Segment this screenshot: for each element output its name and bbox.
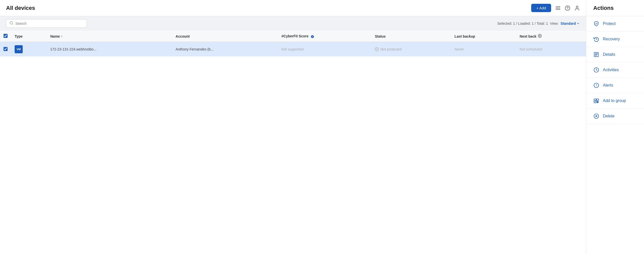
col-type[interactable]: Type (11, 31, 47, 42)
alerts-icon (593, 82, 599, 88)
row-name-cell: 172-23-131-224.webhostbo... (47, 42, 172, 57)
view-select[interactable]: Standard (560, 21, 580, 26)
header-actions: + Add (531, 4, 580, 12)
row-last-backup-cell: Never (451, 42, 516, 57)
svg-line-14 (596, 39, 597, 40)
toolbar: Selected: 1 / Loaded: 1 / Total: 1 View:… (0, 16, 586, 31)
delete-label: Delete (603, 114, 614, 118)
actions-panel-title: Actions (586, 0, 644, 16)
col-name[interactable]: Name ↑ (47, 31, 172, 42)
svg-point-10 (539, 35, 540, 36)
recovery-icon (593, 36, 599, 42)
user-icon[interactable] (574, 5, 580, 11)
table-header-row: Type Name ↑ Account #CyberFit Score (0, 31, 586, 42)
row-next-backup-cell: Not scheduled (516, 42, 586, 57)
actions-panel: Actions Protect Recovery (586, 0, 644, 254)
not-protected-icon (375, 47, 379, 51)
svg-rect-25 (594, 101, 596, 103)
header: All devices + Add (0, 0, 586, 16)
action-activities[interactable]: Activities (586, 62, 644, 78)
details-icon (593, 52, 599, 58)
col-cyberfit[interactable]: #CyberFit Score ? (278, 31, 371, 42)
app-layout: All devices + Add (0, 0, 644, 254)
vm-badge: VM (15, 45, 23, 53)
row-cyberfit-cell: Not supported (278, 42, 371, 57)
page-title: All devices (6, 5, 35, 11)
search-box[interactable] (6, 19, 87, 28)
action-details[interactable]: Details (586, 47, 644, 62)
svg-rect-23 (594, 99, 596, 100)
cyberfit-help-icon[interactable]: ? (311, 35, 314, 38)
col-checkbox (0, 31, 11, 42)
search-input[interactable] (15, 21, 84, 26)
details-label: Details (603, 52, 615, 57)
svg-line-7 (12, 24, 13, 24)
activities-icon (593, 67, 599, 73)
svg-point-5 (576, 6, 578, 8)
action-add-to-group[interactable]: Add to group (586, 93, 644, 109)
table-row[interactable]: VM 172-23-131-224.webhostbo... Anthony F… (0, 42, 586, 57)
devices-table: Type Name ↑ Account #CyberFit Score (0, 31, 586, 57)
col-account[interactable]: Account (172, 31, 278, 42)
row-type-cell: VM (11, 42, 47, 57)
protect-label: Protect (603, 21, 616, 26)
row-checkbox[interactable] (4, 47, 8, 51)
row-account-cell: Anthony Fernandes (b... (172, 42, 278, 57)
row-status-cell: Not protected (371, 42, 451, 57)
action-recovery[interactable]: Recovery (586, 32, 644, 47)
action-protect[interactable]: Protect (586, 16, 644, 32)
not-protected-label: Not protected (380, 47, 401, 51)
delete-icon (593, 113, 599, 119)
svg-rect-24 (597, 99, 599, 100)
recovery-label: Recovery (603, 37, 620, 41)
column-settings-icon[interactable] (538, 34, 542, 39)
col-next-backup[interactable]: Next back (516, 31, 586, 42)
search-icon (9, 21, 13, 26)
list-icon[interactable] (555, 5, 561, 11)
add-to-group-label: Add to group (603, 98, 626, 103)
col-last-backup[interactable]: Last backup (451, 31, 516, 42)
devices-table-wrapper: Type Name ↑ Account #CyberFit Score (0, 31, 586, 254)
select-all-checkbox[interactable] (4, 34, 8, 38)
svg-text:?: ? (312, 36, 313, 38)
alerts-label: Alerts (603, 83, 613, 88)
shield-check-icon (593, 21, 599, 27)
add-to-group-icon (593, 98, 599, 104)
col-status[interactable]: Status (371, 31, 451, 42)
help-icon[interactable] (565, 5, 570, 11)
main-content: All devices + Add (0, 0, 586, 254)
action-alerts[interactable]: Alerts (586, 78, 644, 93)
add-button[interactable]: + Add (531, 4, 551, 12)
view-label: View: (550, 21, 558, 26)
toolbar-stats: Selected: 1 / Loaded: 1 / Total: 1 View:… (497, 21, 580, 26)
activities-label: Activities (603, 68, 619, 72)
action-delete[interactable]: Delete (586, 109, 644, 124)
stats-text: Selected: 1 / Loaded: 1 / Total: 1 (497, 21, 548, 26)
row-checkbox-cell (0, 42, 11, 57)
